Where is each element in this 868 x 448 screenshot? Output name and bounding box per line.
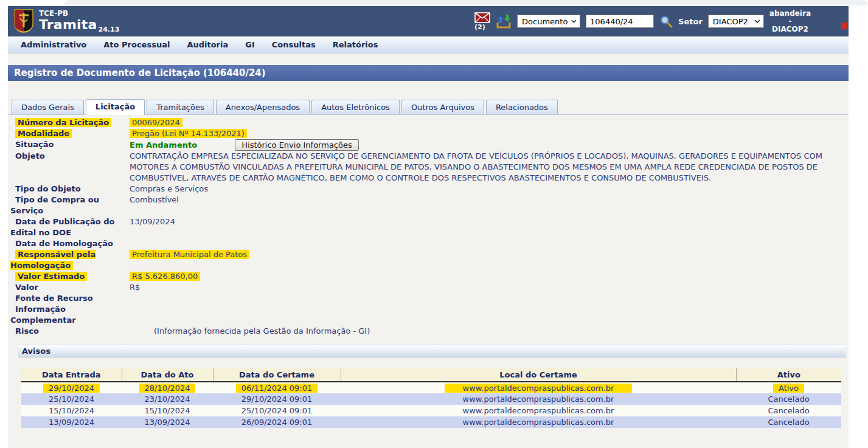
cell-data-entrada: 13/09/2024: [21, 416, 122, 428]
field-value: Compras e Serviços: [129, 184, 847, 195]
tab-dados-gerais[interactable]: Dados Gerais: [12, 100, 84, 114]
logo-version: 24.13: [99, 26, 120, 33]
cell-local-do-certame: www.portaldecompraspublicas.com.br: [341, 382, 736, 393]
setor-value: DIACOP2: [713, 17, 748, 26]
tab-outros-arquivos[interactable]: Outros Arquivos: [401, 100, 484, 114]
avisos-section-header: Avisos: [18, 344, 846, 357]
field-value: R$ 5.626.860,00: [129, 271, 847, 282]
tce-crest-icon: [13, 9, 35, 34]
cell-data-do-ato: 23/10/2024: [122, 393, 213, 405]
field-informacao-complementar: Informação Complementar: [8, 304, 849, 326]
tab-tramitacoes[interactable]: Tramitações: [147, 100, 214, 114]
menu-item-gi[interactable]: GI: [237, 40, 263, 49]
mail-notifications[interactable]: (2): [474, 12, 490, 30]
field-responsavel-homologacao: Responsável pela Homologação Prefeitura …: [8, 249, 849, 271]
tab-anexos-apensados[interactable]: Anexos/Apensados: [216, 100, 310, 114]
cell-ativo: Cancelado: [736, 393, 841, 405]
field-value: CONTRATAÇÃO EMPRESA ESPECIALIZADA NO SER…: [129, 151, 847, 184]
collapse-handle[interactable]: [841, 22, 847, 29]
cell-data-entrada: 29/10/2024: [21, 382, 122, 393]
field-value: Pregão (Lei Nº 14.133/2021): [129, 128, 847, 139]
field-fonte-recurso: Fonte de Recurso: [8, 293, 849, 304]
cell-ativo: Cancelado: [736, 416, 841, 428]
field-value: 00069/2024: [129, 117, 847, 128]
col-data-entrada: Data Entrada: [21, 368, 122, 382]
field-value: Combustível: [129, 195, 847, 205]
field-modalidade: Modalidade Pregão (Lei Nº 14.133/2021): [8, 128, 849, 139]
field-value: R$: [129, 282, 847, 293]
menu-item-ato-processual[interactable]: Ato Processual: [95, 40, 178, 49]
cell-data-entrada: 25/10/2024: [21, 393, 122, 405]
field-tipo-compra-servico: Tipo de Compra ou Serviço Combustível: [8, 195, 849, 216]
field-value: [129, 293, 847, 304]
avisos-table: Data Entrada Data do Ato Data do Certame…: [21, 368, 841, 428]
field-label: Situação: [8, 139, 129, 150]
search-type-select[interactable]: Documento: [517, 15, 580, 28]
chevron-down-icon: [571, 19, 577, 23]
menu-item-auditoria[interactable]: Auditoria: [178, 40, 237, 49]
aviso-row-cancelado[interactable]: 15/10/2024 15/10/2024 25/10/2024 09:01 w…: [21, 405, 841, 416]
licitacao-form: Número da Licitação 00069/2024 Modalidad…: [8, 115, 849, 337]
tab-licitacao[interactable]: Licitação: [86, 99, 145, 115]
field-valor-estimado: Valor Estimado R$ 5.626.860,00: [8, 271, 849, 282]
document-number-input[interactable]: [586, 15, 654, 28]
user-sector: DIACOP2: [769, 26, 811, 33]
cell-data-do-certame: 25/10/2024 09:01: [213, 405, 341, 416]
field-label: Informação Complementar: [8, 304, 129, 326]
cell-data-entrada: 15/10/2024: [21, 405, 122, 416]
cell-local-do-certame: www.portaldecompraspublicas.com.br: [341, 416, 736, 428]
mail-icon: [474, 12, 490, 23]
menu-item-administrativo[interactable]: Administrativo: [12, 40, 95, 49]
field-value: (Informação fornecida pela Gestão da Inf…: [129, 326, 847, 337]
search-type-value: Documento: [522, 17, 568, 26]
main-menu: Administrativo Ato Processual Auditoria …: [8, 36, 849, 53]
app-container: TCE-PB Tramita24.13 (2): [8, 6, 849, 448]
user-login: abandeira: [769, 10, 811, 18]
field-label: Data de Homologação: [8, 238, 129, 249]
cell-local-do-certame: www.portaldecompraspublicas.com.br: [341, 393, 736, 405]
browser-edge-strip: [0, 0, 868, 6]
setor-select[interactable]: DIACOP2: [708, 15, 764, 28]
archive-tray-icon[interactable]: [496, 13, 512, 29]
browser-edge-bar: [64, 0, 868, 5]
menu-item-consultas[interactable]: Consultas: [263, 40, 324, 49]
status-text: Em Andamento: [130, 140, 197, 150]
avisos-header-row: Data Entrada Data do Ato Data do Certame…: [21, 368, 841, 382]
tab-autos-eletronicos[interactable]: Autos Eletrônicos: [311, 100, 400, 114]
menu-item-relatorios[interactable]: Relatórios: [324, 40, 387, 49]
tab-relacionados[interactable]: Relacionados: [486, 100, 558, 114]
cell-data-do-certame: 26/09/2024 09:01: [213, 416, 341, 428]
field-label: Tipo de Compra ou Serviço: [8, 195, 129, 216]
page-title: Registro de Documento de Licitação (1064…: [8, 65, 849, 81]
field-value: Prefeitura Municipal de Patos: [129, 249, 847, 260]
field-label: Objeto: [8, 151, 129, 162]
search-icon[interactable]: [659, 15, 673, 28]
logo-app-name: Tramita: [39, 17, 97, 32]
aviso-row-ativo[interactable]: 29/10/2024 28/10/2024 06/11/2024 09:01 w…: [21, 382, 841, 393]
cell-ativo: Cancelado: [736, 405, 841, 416]
col-data-do-ato: Data do Ato: [122, 368, 213, 382]
field-situacao: Situação Em Andamento Histórico Envio In…: [8, 139, 849, 151]
field-label: Número da Licitação: [8, 117, 129, 128]
cell-data-do-certame: 29/10/2024 09:01: [213, 393, 341, 405]
logo-org: TCE-PB: [39, 10, 119, 17]
field-value: Em Andamento Histórico Envio Informações: [129, 139, 847, 151]
field-label: Risco: [8, 326, 129, 337]
field-data-homologacao: Data de Homologação: [8, 238, 849, 249]
field-tipo-objeto: Tipo do Objeto Compras e Serviços: [8, 184, 849, 195]
cell-ativo: Ativo: [736, 382, 841, 393]
historico-envio-informacoes-button[interactable]: Histórico Envio Informações: [235, 139, 358, 151]
field-objeto: Objeto CONTRATAÇÃO EMPRESA ESPECIALIZADA…: [8, 151, 849, 184]
aviso-row-cancelado[interactable]: 25/10/2024 23/10/2024 29/10/2024 09:01 w…: [21, 393, 841, 405]
tce-logo: TCE-PB Tramita24.13: [13, 9, 119, 34]
field-label: Responsável pela Homologação: [8, 249, 129, 271]
page-content: Registro de Documento de Licitação (1064…: [8, 53, 849, 428]
field-label: Tipo do Objeto: [8, 184, 129, 195]
field-label: Modalidade: [8, 128, 129, 139]
aviso-row-cancelado[interactable]: 13/09/2024 13/09/2024 26/09/2024 09:01 w…: [21, 416, 841, 428]
col-local-do-certame: Local do Certame: [341, 368, 736, 382]
header-controls: (2) Documento Setor DIACOP2: [474, 10, 845, 33]
cell-data-do-certame: 06/11/2024 09:01: [213, 382, 341, 393]
chevron-down-icon: [754, 19, 760, 23]
field-label: Valor Estimado: [8, 271, 129, 282]
